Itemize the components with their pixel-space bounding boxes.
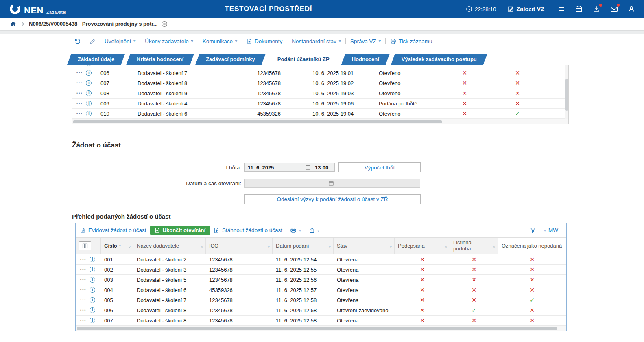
table-row[interactable]: 010 Dodavatel - školení 6 45359326 10. 6… — [72, 109, 568, 119]
row-menu-icon[interactable] — [80, 267, 86, 272]
tab-hodnoceni[interactable]: Hodnocení — [341, 54, 390, 65]
row-menu-icon[interactable] — [76, 101, 83, 105]
cell-ico: 12345678 — [249, 70, 282, 76]
row-menu-icon[interactable] — [76, 81, 83, 85]
info-icon[interactable] — [86, 90, 92, 96]
scrollbar-thumb[interactable] — [565, 79, 568, 111]
cell-ico: 12345678 — [206, 267, 273, 273]
filter-caret-icon[interactable] — [493, 243, 495, 249]
table-row[interactable]: 007 Dodavatel - školení 8 12345678 10. 6… — [72, 78, 568, 88]
info-icon[interactable] — [90, 287, 95, 293]
odeslat-vyzvu-button[interactable]: Odeslání výzvy k podání žádosti o účast … — [244, 194, 421, 204]
tab-podani-ucastniku[interactable]: Podání účastníků ZP — [267, 54, 340, 65]
nen-logo[interactable]: NEN Zadavatel — [0, 3, 66, 15]
tab-zadavaci-podminky[interactable]: Zadávací podmínky — [195, 54, 266, 65]
row-menu-icon[interactable] — [80, 298, 86, 302]
column-header-listinna[interactable]: Listinná podoba — [450, 238, 498, 254]
info-icon[interactable] — [86, 65, 92, 66]
column-settings-button[interactable] — [79, 241, 91, 250]
menu-tisk-zaznamu[interactable]: Tisk záznamu — [386, 38, 436, 44]
column-header-oznacena[interactable]: Označena jako nepodaná — [498, 238, 566, 254]
history-back-button[interactable] — [71, 38, 84, 44]
lhuta-date-input[interactable] — [245, 164, 305, 171]
lhuta-time-input[interactable] — [311, 164, 334, 171]
print-table-button[interactable] — [290, 227, 301, 234]
menu-button[interactable] — [557, 4, 566, 14]
info-icon[interactable] — [86, 70, 92, 76]
mark-cell: ✕ — [462, 110, 467, 117]
table-row[interactable]: 005 Dodavatel - školení 7 12345678 11. 6… — [76, 295, 566, 305]
filter-caret-icon[interactable] — [201, 243, 203, 249]
row-menu-icon[interactable] — [76, 91, 83, 95]
filter-caret-icon[interactable] — [329, 243, 331, 249]
menu-uverejneni[interactable]: Uveřejnění — [101, 38, 139, 44]
calendar-button[interactable] — [574, 4, 584, 14]
info-icon[interactable] — [90, 307, 95, 313]
table-row[interactable]: 001 Dodavatel - školení 2 12345678 11. 6… — [76, 254, 566, 265]
table-row[interactable]: 007 Dodavatel - školení 8 12345678 11. 6… — [76, 316, 566, 326]
filter-button[interactable] — [530, 227, 536, 233]
scrollbar-thumb[interactable] — [77, 327, 557, 330]
filter-caret-icon[interactable] — [445, 243, 447, 249]
table-row[interactable]: 003 Dodavatel - školení 5 12345678 11. 6… — [76, 275, 566, 285]
row-menu-icon[interactable] — [80, 257, 86, 261]
evidovat-zadost-button[interactable]: Evidovat žádost o účast — [80, 227, 146, 234]
info-icon[interactable] — [86, 80, 92, 86]
menu-sprava-vz[interactable]: Správa VZ — [347, 38, 384, 44]
edit-record-button[interactable] — [86, 38, 99, 44]
table-row[interactable]: 006 Dodavatel - školení 7 12345678 10. 6… — [72, 68, 568, 78]
table-row[interactable]: 002 Dodavatel - školení 3 12345678 11. 6… — [76, 265, 566, 275]
info-icon[interactable] — [90, 297, 95, 303]
info-icon[interactable] — [90, 256, 95, 262]
downloads-button[interactable] — [592, 4, 601, 14]
row-menu-icon[interactable] — [76, 112, 83, 116]
home-icon[interactable] — [10, 20, 17, 27]
table-row[interactable]: 009 Dodavatel - školení 4 12345678 10. 6… — [72, 99, 568, 109]
column-header-nazev[interactable]: Název dodavatele — [133, 238, 206, 254]
vypocet-lhut-button[interactable]: Výpočet lhůt — [338, 162, 421, 172]
column-header-ico[interactable]: IČO — [206, 238, 273, 254]
filter-caret-icon[interactable] — [268, 243, 270, 249]
row-menu-icon[interactable] — [80, 318, 86, 322]
column-label: Název dodavatele — [137, 243, 179, 249]
stahnout-zadosti-button[interactable]: Stáhnout žádosti o účast — [214, 227, 282, 234]
export-table-button[interactable] — [309, 227, 319, 234]
column-header-podepsana[interactable]: Podepsána — [395, 238, 450, 254]
scrollbar-thumb[interactable] — [73, 120, 442, 123]
row-menu-icon[interactable] — [76, 71, 83, 75]
toolbar-divider — [437, 38, 437, 44]
table-row[interactable]: 004 Dodavatel - školení 6 45359326 11. 6… — [76, 285, 566, 295]
mark-oznacena: ✕ — [530, 317, 535, 324]
ukoncit-oteviran-button[interactable]: Ukončit otevírání — [150, 226, 210, 235]
user-profile-button[interactable] — [627, 4, 636, 14]
info-icon[interactable] — [90, 267, 95, 272]
breadcrumb-record[interactable]: N006/25/V00005438 - Provozování prodejny… — [29, 21, 157, 27]
column-header-stav[interactable]: Stav — [334, 238, 395, 254]
tab-vysledek[interactable]: Výsledek zadávacího postupu — [391, 54, 487, 65]
info-icon[interactable] — [86, 111, 92, 116]
menu-dokumenty[interactable]: Dokumenty — [243, 38, 286, 44]
filter-caret-icon[interactable] — [129, 243, 131, 249]
table-row[interactable]: 006 Dodavatel - školení 8 12345678 11. 6… — [76, 305, 566, 316]
column-header-datum[interactable]: Datum podání — [273, 238, 334, 254]
row-menu-icon[interactable] — [80, 278, 86, 282]
calendar-icon[interactable] — [305, 164, 311, 170]
menu-nestandardni-stav[interactable]: Nestandardní stav — [288, 38, 345, 44]
saved-view-mw[interactable]: MW — [544, 227, 558, 233]
create-vz-button[interactable]: Založit VZ — [507, 6, 544, 12]
row-menu-icon[interactable] — [80, 308, 86, 312]
info-icon[interactable] — [90, 318, 95, 323]
filter-caret-icon[interactable] — [390, 243, 392, 249]
info-icon[interactable] — [90, 277, 95, 283]
row-menu-icon[interactable] — [80, 288, 86, 292]
menu-komunikace[interactable]: Komunikace — [199, 38, 241, 44]
info-icon[interactable] — [86, 101, 92, 106]
messages-button[interactable] — [609, 4, 619, 14]
toolbar-divider — [345, 38, 346, 44]
table-row[interactable]: 008 Dodavatel - školení 9 12345678 10. 6… — [72, 88, 568, 99]
menu-ukony-zadavatele[interactable]: Úkony zadavatele — [141, 38, 196, 44]
tab-zakladni-udaje[interactable]: Základní údaje — [67, 54, 125, 65]
close-record-icon[interactable] — [161, 21, 168, 27]
column-header-cislo[interactable]: Číslo ↑ — [101, 238, 133, 254]
tab-kriteria-hodnoceni[interactable]: Kritéria hodnocení — [126, 54, 194, 65]
